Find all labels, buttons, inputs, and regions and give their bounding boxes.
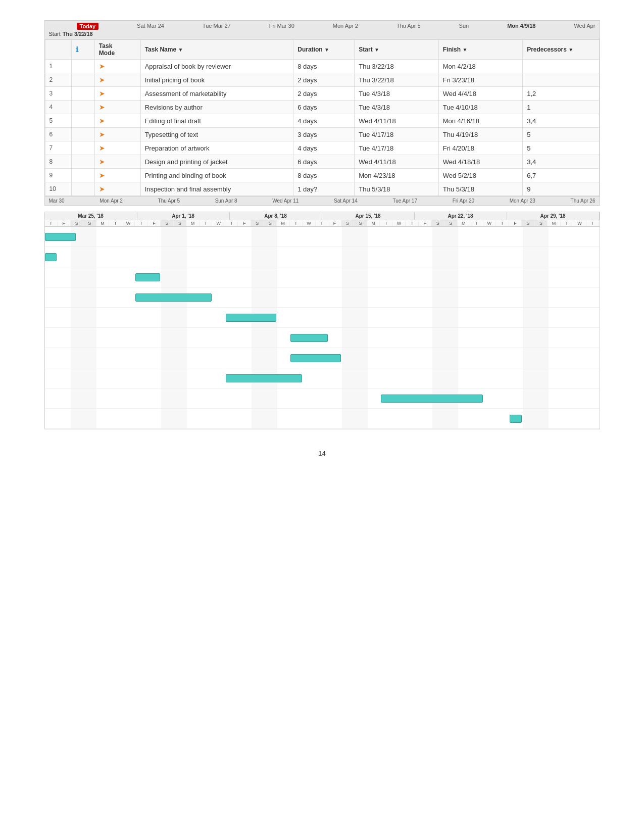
weekend-shade — [264, 328, 277, 348]
weekend-shade — [83, 267, 96, 287]
row-info — [72, 73, 94, 87]
start-row: Start Thu 3/22/18 — [49, 31, 596, 37]
weekend-shade — [264, 409, 277, 428]
chart-day-cell: F — [509, 220, 522, 226]
row-num: 8 — [45, 155, 72, 169]
weekend-shade — [83, 348, 96, 368]
gantt-bar — [226, 374, 302, 382]
row-pred: 5 — [523, 128, 599, 141]
row-task-name: Assessment of marketability — [140, 87, 293, 101]
bm-wed-apr11: Wed Apr 11 — [272, 198, 299, 204]
tue-mar27: Tue Mar 27 — [203, 23, 231, 30]
weekend-shade — [71, 267, 84, 287]
weekend-shade — [355, 247, 368, 267]
mon-apr9: Mon 4/9/18 — [507, 23, 535, 30]
weekend-shade — [432, 368, 445, 388]
chart-week-label: Mar 25, '18 — [45, 212, 137, 220]
weekend-shade — [523, 308, 536, 327]
chart-week-label: Apr 8, '18 — [230, 212, 322, 220]
row-finish: Mon 4/16/18 — [438, 114, 522, 128]
row-pred: 1 — [523, 101, 599, 114]
table-row: 4 ➤ Revisions by author 6 days Tue 4/3/1… — [45, 101, 599, 114]
weekend-shade — [445, 308, 459, 327]
weekend-shade — [83, 328, 96, 348]
weekend-shade — [161, 409, 174, 428]
chart-day-cell: F — [238, 220, 251, 226]
chart-day-cell: W — [122, 220, 135, 226]
row-task-name: Appraisal of book by reviewer — [140, 60, 293, 73]
col-header-name: Task Name ▼ — [140, 40, 293, 60]
task-mode-icon: ➤ — [99, 130, 105, 138]
row-info — [72, 101, 94, 114]
gantt-bar — [45, 233, 76, 241]
row-start: Tue 4/17/18 — [355, 141, 438, 155]
weekend-shade — [445, 409, 459, 428]
chart-day-cell: T — [406, 220, 419, 226]
weekend-shade — [536, 388, 549, 408]
weekend-shade — [83, 388, 96, 408]
chart-row — [45, 409, 600, 429]
chart-day-cell: S — [431, 220, 444, 226]
chart-day-cell: M — [548, 220, 561, 226]
row-start: Thu 3/22/18 — [355, 60, 438, 73]
task-mode-icon: ➤ — [99, 117, 105, 125]
table-row: 8 ➤ Design and printing of jacket 6 days… — [45, 155, 599, 169]
row-num: 6 — [45, 128, 72, 141]
weekend-shade — [536, 287, 549, 307]
gantt-table-section: Today Sat Mar 24 Tue Mar 27 Fri Mar 30 M… — [44, 20, 600, 206]
row-task-name: Printing and binding of book — [140, 169, 293, 182]
weekend-shade — [536, 247, 549, 267]
bm-mon-apr23: Mon Apr 23 — [510, 198, 535, 204]
weekend-shade — [432, 247, 445, 267]
row-pred: 3,4 — [523, 114, 599, 128]
row-duration: 8 days — [293, 169, 355, 182]
weekend-shade — [445, 348, 459, 368]
weekend-shade — [264, 267, 277, 287]
row-finish: Thu 4/19/18 — [438, 128, 522, 141]
row-num: 1 — [45, 60, 72, 73]
weekend-shade — [523, 348, 536, 368]
row-info — [72, 60, 94, 73]
task-mode-icon: ➤ — [99, 89, 105, 97]
bm-thu-apr26: Thu Apr 26 — [571, 198, 596, 204]
chart-day-cell: T — [225, 220, 238, 226]
col-header-start: Start ▼ — [355, 40, 438, 60]
row-task-name: Editing of final draft — [140, 114, 293, 128]
row-pred: 1,2 — [523, 87, 599, 101]
chart-row — [45, 247, 600, 267]
weekend-shade — [355, 227, 368, 247]
weekend-shade — [252, 388, 265, 408]
weekend-shade — [252, 247, 265, 267]
row-task-name: Preparation of artwork — [140, 141, 293, 155]
chart-day-cell: M — [458, 220, 471, 226]
task-mode-icon: ➤ — [99, 171, 105, 179]
row-task-name: Inspection and final assembly — [140, 182, 293, 196]
weekend-shade — [523, 328, 536, 348]
row-info — [72, 182, 94, 196]
weekend-shade — [161, 328, 174, 348]
chart-day-cell: S — [161, 220, 174, 226]
chart-day-cell: S — [83, 220, 96, 226]
bm-sat-apr14: Sat Apr 14 — [334, 198, 358, 204]
row-start: Mon 4/23/18 — [355, 169, 438, 182]
chart-day-cell: S — [522, 220, 535, 226]
bm-mon-apr2: Mon Apr 2 — [100, 198, 123, 204]
weekend-shade — [536, 409, 549, 428]
chart-day-cell: M — [186, 220, 200, 226]
chart-day-cell: S — [354, 220, 367, 226]
weekend-shade — [523, 287, 536, 307]
row-info — [72, 128, 94, 141]
chart-day-cell: W — [393, 220, 406, 226]
weekend-shade — [71, 328, 84, 348]
chart-day-cell: F — [148, 220, 161, 226]
weekend-shade — [71, 368, 84, 388]
task-table: ℹ TaskMode Task Name ▼ Duration ▼ Start … — [45, 39, 600, 196]
gantt-bar — [226, 314, 276, 322]
sun: Sun — [459, 23, 469, 30]
weekend-shade — [445, 287, 459, 307]
row-finish: Thu 5/3/18 — [438, 182, 522, 196]
chart-day-cell: T — [200, 220, 213, 226]
task-mode-icon: ➤ — [99, 185, 105, 193]
table-row: 3 ➤ Assessment of marketability 2 days T… — [45, 87, 599, 101]
row-start: Wed 4/11/18 — [355, 155, 438, 169]
